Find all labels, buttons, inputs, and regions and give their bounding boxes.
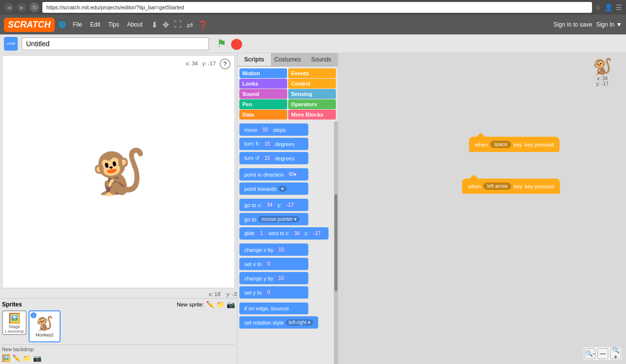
rotation-style-block[interactable]: set rotation style left-right ▾ [239, 316, 318, 329]
cat-pen[interactable]: Pen [239, 99, 287, 109]
move-value[interactable]: 10 [260, 126, 271, 133]
zoom-reset-button[interactable]: — [597, 348, 608, 359]
globe-icon[interactable]: 🌐 [59, 21, 66, 28]
change-x-block[interactable]: change x by 10 [239, 243, 308, 256]
sign-in-save-button[interactable]: Sign in to save [554, 21, 593, 28]
new-backdrop-label: New backdrop: [2, 347, 235, 352]
star-icon[interactable]: ☆ [595, 3, 601, 11]
glide-y[interactable]: -17 [310, 230, 323, 237]
bounce-block[interactable]: if on edge, bounce [239, 303, 308, 314]
glide-y-label: y: [305, 231, 309, 236]
cat-more-blocks[interactable]: More Blocks [288, 110, 336, 120]
edit-menu[interactable]: Edit [87, 19, 103, 30]
stage-x-coord: x: 18 [209, 291, 221, 297]
cat-events[interactable]: Events [288, 68, 336, 78]
tab-scripts[interactable]: Scripts [237, 53, 271, 66]
rotation-dropdown[interactable]: left-right ▾ [286, 319, 313, 326]
paint-backdrop-button[interactable]: 🖼️ [2, 354, 10, 362]
set-y-block[interactable]: set y to 0 [239, 286, 308, 299]
change-x-value[interactable]: 10 [275, 246, 287, 253]
edit-backdrop-button[interactable]: ✏️ [12, 354, 21, 362]
camera-sprite-button[interactable]: 📷 [227, 301, 235, 308]
zoom-out-button[interactable]: 🔍- [585, 348, 595, 359]
go-to-xy-block[interactable]: go to x: 34 y: -17 [239, 199, 308, 211]
about-menu[interactable]: About [124, 19, 145, 30]
stop-button[interactable]: ⬤ [231, 37, 243, 50]
move-block[interactable]: move 10 steps [239, 123, 308, 136]
cat-motion[interactable]: Motion [239, 68, 287, 78]
turn-ccw-block[interactable]: turn ↺ 15 degrees [239, 152, 308, 164]
upload-sprite-button[interactable]: 📁 [216, 301, 225, 308]
expand-icon[interactable]: ⛶ [174, 20, 182, 30]
turn-cw-block[interactable]: turn ↻ 15 degrees [239, 138, 308, 150]
download-icon[interactable]: ⬇ [151, 20, 158, 30]
file-menu[interactable]: File [70, 19, 85, 30]
cat-row-3: Sound Sensing [239, 89, 336, 99]
swap-icon[interactable]: ⇄ [187, 20, 193, 30]
go-to-block[interactable]: go to mouse-pointer ▾ [239, 213, 308, 225]
address-bar[interactable]: https://scratch.mit.edu/projects/editor/… [42, 2, 592, 13]
tab-sounds[interactable]: Sounds [304, 53, 338, 66]
event2-dropdown[interactable]: left arrow [483, 182, 511, 190]
event1-label: when [475, 142, 488, 148]
project-bar: v446 ⚑ ⬤ [0, 34, 626, 53]
set-y-value[interactable]: 0 [264, 289, 273, 296]
project-title-input[interactable] [22, 37, 209, 50]
set-x-value[interactable]: 0 [264, 261, 273, 267]
turn-ccw-value[interactable]: 15 [262, 155, 273, 161]
direction-value[interactable]: 90▾ [286, 171, 299, 178]
glide-secs[interactable]: 1 [257, 230, 266, 237]
point-towards-dropdown[interactable]: ▾ [278, 185, 287, 192]
zoom-in-button[interactable]: 🔍+ [610, 348, 621, 359]
stage-item[interactable]: 🖼️ Stage 1 backdrop [2, 310, 27, 335]
cat-sensing[interactable]: Sensing [288, 89, 336, 99]
event-block-space[interactable]: when space key key pressed [469, 137, 560, 152]
scratch-logo[interactable]: SCRATCH [4, 18, 55, 32]
blocks-scrollbar[interactable] [334, 121, 338, 364]
reload-button[interactable]: ↻ [30, 2, 39, 12]
block-go-to-xy: go to x: 34 y: -17 [239, 199, 336, 211]
cat-control[interactable]: Control [288, 79, 336, 89]
turn-cw-value[interactable]: 15 [262, 141, 273, 147]
profile-icon[interactable]: 👤 [604, 3, 613, 11]
backdrop-icons: 🖼️ ✏️ 📁 📷 [2, 354, 235, 362]
cat-sound[interactable]: Sound [239, 89, 287, 99]
sign-in-button[interactable]: Sign In ▼ [596, 21, 622, 28]
point-towards-block[interactable]: point towards ▾ [239, 182, 308, 195]
tips-menu[interactable]: Tips [105, 19, 122, 30]
script-area[interactable]: when space key key pressed when left arr… [338, 53, 626, 364]
set-x-block[interactable]: set x to 0 [239, 258, 308, 270]
back-button[interactable]: ◀ [4, 2, 14, 12]
sprite-info-button[interactable]: i [31, 312, 36, 318]
go-y-value[interactable]: -17 [284, 202, 297, 208]
forward-button[interactable]: ▶ [17, 2, 27, 12]
arrows-icon[interactable]: ✥ [163, 20, 169, 30]
go-to-dropdown[interactable]: mouse-pointer ▾ [258, 216, 299, 222]
camera-backdrop-button[interactable]: 📷 [33, 354, 41, 362]
cat-operators[interactable]: Operators [288, 99, 336, 109]
change-y-block[interactable]: change y by 10 [239, 272, 308, 284]
help-circle-icon[interactable]: ❓ [198, 20, 208, 30]
go-x-value[interactable]: 34 [264, 202, 275, 208]
glide-block[interactable]: glide 1 secs to x: 34 y: -17 [239, 227, 329, 240]
blocks-scrollbar-thumb[interactable] [334, 194, 337, 291]
block-turn-ccw: turn ↺ 15 degrees [239, 152, 336, 164]
sprite-y: y: -17 [202, 61, 216, 66]
tab-costumes[interactable]: Costumes [271, 53, 304, 66]
paint-sprite-button[interactable]: ✏️ [206, 301, 214, 308]
menu-icon[interactable]: ☰ [616, 3, 622, 11]
sprite-item-monkey2[interactable]: i 🐒 Monkey2 [29, 310, 61, 342]
point-direction-block[interactable]: point in direction 90▾ [239, 168, 308, 181]
cat-data[interactable]: Data [239, 110, 287, 120]
event1-dropdown[interactable]: space [490, 141, 511, 148]
green-flag-button[interactable]: ⚑ [217, 37, 227, 50]
cat-looks[interactable]: Looks [239, 79, 287, 89]
event-block-left-arrow[interactable]: when left arrow key key pressed [462, 179, 560, 194]
rotation-label: set rotation style [244, 320, 284, 326]
upload-backdrop-button[interactable]: 📁 [23, 354, 31, 362]
block-rotation-style: set rotation style left-right ▾ [239, 316, 336, 329]
degrees-cw-label: degrees [275, 141, 295, 147]
change-y-value[interactable]: 10 [275, 275, 287, 281]
help-button[interactable]: ? [220, 59, 231, 69]
glide-x[interactable]: 34 [291, 230, 302, 237]
